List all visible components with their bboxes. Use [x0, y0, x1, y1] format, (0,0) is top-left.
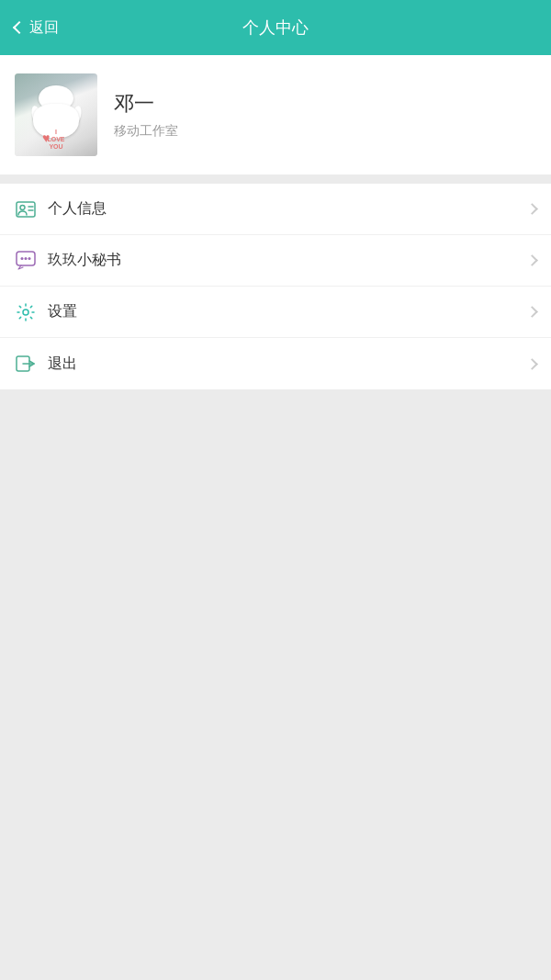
svg-point-7	[28, 257, 31, 260]
svg-rect-0	[17, 202, 35, 217]
logout-chevron	[526, 358, 538, 370]
svg-point-5	[21, 257, 24, 260]
svg-point-8	[23, 310, 28, 315]
back-label: 返回	[29, 18, 59, 38]
profile-section: ILOVEYOU ♥ 邓一 移动工作室	[0, 55, 551, 175]
menu-item-settings[interactable]: 设置	[0, 287, 551, 338]
page-title: 个人中心	[242, 17, 309, 39]
logout-label: 退出	[48, 355, 528, 374]
settings-label: 设置	[48, 302, 528, 321]
avatar: ILOVEYOU ♥	[15, 73, 97, 156]
settings-chevron	[526, 306, 538, 318]
menu-item-logout[interactable]: 退出	[0, 338, 551, 389]
chat-icon	[15, 250, 37, 272]
secretary-chevron	[526, 254, 538, 266]
secretary-label: 玖玖小秘书	[48, 251, 528, 270]
profile-subtitle: 移动工作室	[114, 123, 178, 140]
profile-name: 邓一	[114, 90, 178, 118]
menu-list: 个人信息 玖玖小秘书 设置	[0, 184, 551, 389]
logout-icon	[15, 353, 37, 375]
personal-info-label: 个人信息	[48, 199, 528, 219]
personal-info-chevron	[526, 203, 538, 215]
header: 返回 个人中心	[0, 0, 551, 55]
back-button[interactable]: 返回	[15, 18, 59, 38]
bottom-area	[0, 389, 551, 904]
section-divider	[0, 175, 551, 184]
svg-point-6	[25, 257, 28, 260]
svg-point-1	[20, 205, 25, 209]
profile-info: 邓一 移动工作室	[114, 90, 178, 140]
avatar-figure: ILOVEYOU	[31, 85, 82, 145]
back-chevron-icon	[13, 21, 26, 34]
id-card-icon	[15, 198, 37, 220]
menu-item-secretary[interactable]: 玖玖小秘书	[0, 235, 551, 287]
menu-item-personal-info[interactable]: 个人信息	[0, 184, 551, 235]
gear-icon	[15, 301, 37, 323]
